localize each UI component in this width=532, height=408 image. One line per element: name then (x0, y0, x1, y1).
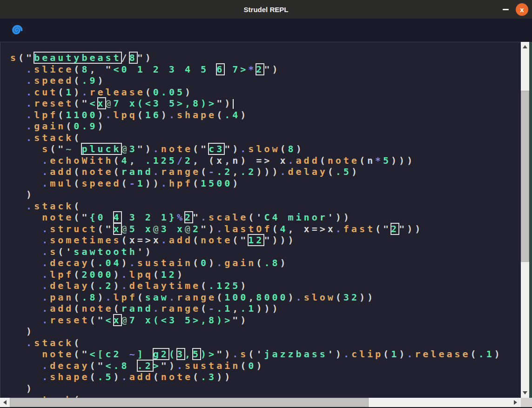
code-token: sawtooth (74, 246, 137, 257)
minimize-button[interactable] (499, 3, 512, 16)
code-token: note (42, 348, 74, 360)
code-token: . (216, 223, 224, 234)
horizontal-scrollbar-thumb[interactable] (10, 398, 369, 407)
code-token: ( (240, 360, 248, 371)
code-token: . (288, 155, 296, 166)
vertical-scrollbar[interactable] (521, 42, 529, 398)
horizontal-scrollbar[interactable] (0, 398, 532, 407)
code-token: 8 (81, 64, 89, 75)
code-token (10, 234, 42, 246)
code-token: (" (89, 360, 105, 371)
code-token: ) (114, 371, 121, 382)
code-token (74, 143, 81, 154)
close-icon: x (520, 6, 524, 13)
code-token: (" (18, 52, 34, 63)
code-token: . (177, 360, 185, 371)
code-token: 4 (121, 155, 129, 166)
code-token: ( (201, 280, 209, 291)
code-token: 0.05 (153, 87, 185, 98)
code-token: @ (185, 223, 193, 234)
code-token: speed (81, 178, 121, 189)
code-token: note (161, 371, 193, 382)
code-token: ( (193, 257, 201, 268)
code-token: 100 (224, 292, 248, 303)
scroll-right-arrow-icon[interactable] (514, 400, 517, 405)
code-token: ) (97, 120, 105, 132)
code-token: lpf (50, 269, 74, 280)
code-token: hpf (169, 178, 193, 189)
code-token: " (193, 212, 201, 223)
code-token: ) (177, 269, 185, 280)
code-token: stack (34, 132, 74, 143)
scroll-left-arrow-icon[interactable] (3, 400, 7, 405)
code-token: slow (248, 143, 280, 154)
code-token: ~ (66, 143, 74, 154)
close-button[interactable]: x (516, 3, 528, 16)
code-token: ( (66, 120, 74, 132)
code-token: decay (50, 360, 89, 371)
titlebar[interactable]: Strudel REPL x (0, 0, 532, 19)
code-token: echoWith (50, 155, 113, 166)
code-token: (" (375, 223, 391, 234)
code-line: .mul(speed(-1)).hpf(1500) (10, 178, 502, 189)
code-token: ( (114, 166, 121, 177)
vertical-scrollbar-thumb[interactable] (521, 91, 529, 262)
code-token: note (81, 303, 113, 314)
code-token: ( (216, 292, 224, 303)
strudel-spiral-icon[interactable] (9, 23, 24, 38)
code-editor[interactable]: s("beautybeast/8") .slice(8, "<0 1 2 3 4… (0, 42, 502, 398)
code-token: .125 (145, 155, 177, 166)
code-token: . (169, 292, 177, 303)
code-line: .add(note(rand.range(-.2,.2))).delay(.5) (10, 166, 502, 178)
scroll-up-arrow-icon[interactable] (523, 45, 527, 48)
code-token: 2 (193, 223, 201, 234)
editor-panel: s("beautybeast/8") .slice(8, "<0 1 2 3 4… (0, 42, 521, 398)
code-token: . (42, 360, 50, 371)
code-token: speed (34, 75, 74, 86)
code-token: ( (58, 87, 66, 98)
code-token: ( (58, 109, 66, 120)
code-token: struct (50, 223, 97, 234)
code-token: ( (74, 292, 81, 303)
code-token: , (232, 166, 240, 177)
code-token: (" (193, 143, 209, 154)
code-token: (' (248, 348, 264, 360)
code-token: ") (137, 143, 153, 154)
code-token: . (106, 109, 114, 120)
code-token: ) (74, 87, 81, 98)
code-token: ( (74, 178, 81, 189)
code-line: .struct("x@5 x@3 x@2").lastOf(4, x=>x.fa… (10, 223, 502, 235)
code-token: . (26, 64, 34, 75)
code-token: .1 (240, 303, 256, 314)
code-token: ( (153, 269, 161, 280)
code-token: 1500 (201, 178, 232, 189)
active-token: .2 (137, 360, 153, 371)
code-token: s (10, 52, 18, 63)
code-token: , x=>x (288, 223, 336, 234)
code-token: add (50, 166, 74, 177)
scroll-down-arrow-icon[interactable] (523, 391, 527, 395)
code-line: .sometimes(x=>x.add(note("12"))) (10, 234, 502, 246)
code-token: .4 (224, 109, 240, 120)
code-line: .speed(.9) (10, 75, 502, 87)
code-token: . (153, 166, 161, 177)
code-token: @ (121, 223, 129, 234)
code-token: C4 minor (264, 212, 327, 223)
active-token: 5 (193, 348, 201, 360)
code-token: note (81, 166, 113, 177)
code-token: delay (50, 280, 89, 291)
code-token: .2 (97, 280, 113, 291)
code-token: < (89, 98, 97, 109)
code-token: ( (153, 371, 161, 382)
code-token: ))) (256, 303, 280, 314)
code-line: .echoWith(4, .125/2, (x,n) => x.add(note… (10, 155, 502, 167)
code-token: .8 (264, 257, 280, 268)
code-token: ) (10, 189, 34, 200)
active-token: x (114, 314, 121, 326)
code-token: ) (494, 348, 502, 360)
code-token: 3 (129, 143, 137, 154)
code-line: note("{0 4 3 2 1}%2".scale('C4 minor')) (10, 212, 502, 223)
code-token: ') (328, 348, 343, 360)
code-token: gain (34, 120, 66, 132)
code-token: ) (161, 109, 169, 120)
